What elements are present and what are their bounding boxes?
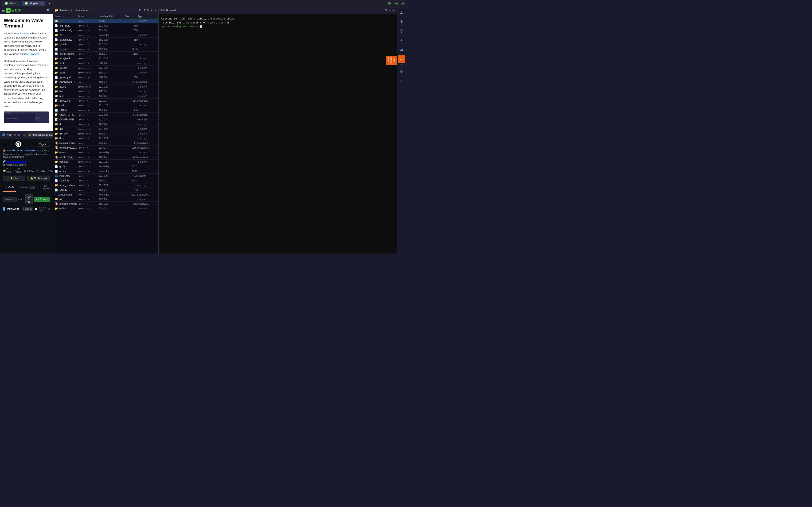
file-row[interactable]: 📄 NOTICE -rw-r--r-- 10/9/24 34b <box>53 188 158 192</box>
col-modified[interactable]: Last Modified <box>99 15 125 17</box>
repo-owner-link[interactable]: wavetermdev <box>7 149 23 152</box>
branch-fork-btn[interactable]: ⑂ <box>18 198 20 201</box>
terminal-icon[interactable] <box>398 8 405 16</box>
repo-name-link[interactable]: waveterm <box>26 149 39 152</box>
file-row[interactable]: 📁 .. drwxr-x--- Today - directory <box>53 19 158 23</box>
tab-widgets[interactable]: widgets ✕ <box>22 1 45 6</box>
terminal-settings-btn[interactable]: ⚙ <box>385 9 387 12</box>
notifications-button[interactable]: 🔔 Notifications <box>27 176 50 181</box>
file-row[interactable]: 📄 .gitignore -rw-r--r-- 12/3/24 325b <box>53 47 158 52</box>
tips-icon[interactable] <box>398 68 405 75</box>
fish-widget-button[interactable]: fishwidgetbutton <box>386 56 397 65</box>
file-row[interactable]: 📁 emain drwxr-xr-x Yesterday - directory <box>53 150 158 155</box>
web-home-btn[interactable]: ⌂ <box>22 133 26 137</box>
file-row[interactable]: 📜 prettier.config.cjs -rw-r--r-- 10/11/2… <box>53 202 158 206</box>
col-type[interactable]: Type <box>138 15 156 17</box>
file-row[interactable]: 🌐 index.html -rw-r--r-- 12/10/24 797b te… <box>53 174 158 178</box>
branch-selector[interactable]: ⑂ main ▾ <box>3 197 17 202</box>
desc1-link-opensource[interactable]: open-source <box>17 32 32 35</box>
file-row[interactable]: 📁 .github drwxr-xr-x 12/3/24 - directory <box>53 42 158 47</box>
file-row[interactable]: 📁 build drwxr-xr-x 12/3/24 - directory <box>53 94 158 99</box>
go-to-file-btn[interactable]: Go to file <box>26 194 33 205</box>
file-row[interactable]: 📁 .task drwxr-xr-x 9/18/24 - directory <box>53 61 158 66</box>
file-row[interactable]: 📁 .yarn drwxr-xr-x 8/28/24 - directory <box>53 70 158 75</box>
file-row[interactable]: 📁 bin drwxr-xr-x 9/17/24 - directory <box>53 89 158 94</box>
eye-icon[interactable]: 👁 <box>138 9 141 12</box>
ai-icon[interactable]: ✦ <box>398 37 405 44</box>
repo-website-link[interactable]: www.waveterm.dev <box>7 160 27 163</box>
file-row[interactable]: 📝 CONTRIBUTING.md -rw-r--r-- 12/3/24 3k … <box>53 117 158 122</box>
repo-branches[interactable]: Branches <box>24 168 34 173</box>
search-icon[interactable]: 🔍 <box>47 8 51 12</box>
file-perm: drwxr-xr-x <box>78 105 99 107</box>
file-row[interactable]: 📝 CODE_OF_CONDUCT.md -rw-r--r-- 11/28/23… <box>53 113 158 117</box>
repo-tab-code[interactable]: <> Code <box>3 183 16 192</box>
repo-tab-issues[interactable]: ⊙ Issues 193 <box>16 183 37 192</box>
repo-activity[interactable]: Activity <box>48 168 53 173</box>
tab-close-icon[interactable]: ✕ <box>40 2 42 5</box>
file-row[interactable]: 📁 db drwxr-xr-x 10/9/24 - directory <box>53 122 158 127</box>
file-fullscreen-icon[interactable]: ⤢ <box>150 9 153 12</box>
fish-icon[interactable] <box>398 55 405 63</box>
repo-forks[interactable]: ⑂ 190 forks <box>14 168 21 173</box>
code-dropdown-btn[interactable]: <> Code ▾ <box>34 197 50 202</box>
file-row[interactable]: 📝 ACKNOWLEDGEMENTS.md -rw-r--r-- 10/9/24… <box>53 80 158 84</box>
add-tab-button[interactable]: + <box>47 1 52 6</box>
web-url-bar[interactable]: 🔒 https://github.com/wavetermdev/waveter… <box>27 132 53 137</box>
file-row[interactable]: 📁 docs drwxr-xr-x 12/16/24 - directory <box>53 136 158 141</box>
file-row[interactable]: 📄 .editorconfig -rw-r--r-- 12/4/24 206b <box>53 28 158 33</box>
commit-history-icon[interactable]: ⊙ <box>48 208 50 210</box>
sysinfo-icon[interactable] <box>398 46 405 54</box>
help-icon[interactable]: ? <box>398 77 405 85</box>
file-row[interactable]: 📄 LICENSE -rw-r--r-- 10/9/24 10.7k <box>53 178 158 183</box>
file-row[interactable]: 📜 electron-builder.config.cjs -rw-r--r--… <box>53 141 158 146</box>
refresh-icon[interactable]: ↺ <box>143 9 145 12</box>
web-back-btn[interactable]: ◁ <box>12 133 16 137</box>
file-row[interactable]: 📜 eslint.config.js -rw-r--r-- 10/9/24 51… <box>53 155 158 160</box>
terminal-close-btn[interactable]: ✕ <box>392 9 395 12</box>
file-row[interactable]: 📁 .git drwxr-xr-x Yesterday - directory <box>53 33 158 38</box>
file-row[interactable]: 📁 cmd drwxr-xr-x 12/11/24 - directory <box>53 103 158 108</box>
file-type: text/types... <box>138 147 156 149</box>
branch-tag-btn[interactable]: 🏷 <box>21 198 24 201</box>
desc1-link-getting-started[interactable]: Getting Started <box>21 53 38 55</box>
file-row[interactable]: 📁 assets drwxr-xr-x 12/11/24 - directory <box>53 84 158 89</box>
tab-default[interactable]: default <box>2 1 20 6</box>
col-perm[interactable]: Perm <box>78 15 99 17</box>
repo-stars[interactable]: ⭐ 7k stars <box>3 168 11 173</box>
commit-hash-badge[interactable]: cc6da28 <box>22 207 33 211</box>
terminal-fullscreen-btn[interactable]: ⤢ <box>389 9 391 12</box>
file-row[interactable]: 📄 .yarnrc.yml -rw-r--r-- 8/28/24 25b <box>53 75 158 80</box>
col-name[interactable]: Name ▲ <box>55 15 78 17</box>
gh-sign-in-btn[interactable]: Sign in <box>37 142 50 147</box>
web-forward-btn[interactable]: ▷ <box>17 133 21 137</box>
file-row[interactable]: 📄 .DS_Store -rw-r--r-- 12/16/24 10k <box>53 23 158 28</box>
file-row[interactable]: 📄 .prettierignore -rw-r--r-- 10/9/24 118… <box>53 52 158 56</box>
repo-tab-prs[interactable]: ↔ Pull requests 11 <box>38 183 53 192</box>
file-settings-icon[interactable]: ⚙ <box>146 9 149 12</box>
hamburger-icon[interactable]: ☰ <box>2 8 5 12</box>
file-row[interactable]: 📁 public drwxr-xr-x 12/4/24 - directory <box>53 206 158 211</box>
file-row[interactable]: 📁 dist drwxr-xr-x 11/19/24 - directory <box>53 127 158 131</box>
file-row[interactable]: 📁 dist-dev drwxr-xr-x 8/28/24 - director… <box>53 131 158 136</box>
file-row[interactable]: 📄 go.sum -rw-r--r-- Yesterday 10.6k <box>53 169 158 174</box>
file-row[interactable]: 📁 pkg drwxr-xr-x 12/9/24 - directory <box>53 197 158 202</box>
file-row[interactable]: 📁 .vscode drwxr-xr-x 12/16/24 - director… <box>53 66 158 70</box>
col-size[interactable]: Size <box>125 15 138 17</box>
file-row[interactable]: 📁 frontend drwxr-xr-x 12/11/24 - directo… <box>53 160 158 164</box>
file-row[interactable]: 📁 .storybook drwxr-xr-x 12/10/24 - direc… <box>53 56 158 61</box>
file-type: directory <box>138 128 156 130</box>
repo-tags[interactable]: 🏷 Tags <box>37 168 45 173</box>
gh-hamburger-icon[interactable]: ☰ <box>3 142 6 146</box>
file-row[interactable]: 📄 go.mod -rw-r--r-- Yesterday 2.01k <box>53 164 158 169</box>
file-row[interactable]: 📄 CNAME -rw-r--r-- 12/3/24 17b <box>53 108 158 113</box>
web-icon[interactable] <box>398 27 405 35</box>
file-row[interactable]: 📜 electron.vite.config.ts -rw-r--r-- 12/… <box>53 146 158 150</box>
file-row[interactable]: {} package.json -rw-r--r-- Yesterday 5.2… <box>53 192 158 197</box>
star-button[interactable]: ⭐ Star <box>3 176 26 181</box>
files-icon[interactable] <box>398 18 405 25</box>
file-row[interactable]: 📝 BUILD.md -rw-r--r-- 12/3/24 4.14k text… <box>53 99 158 103</box>
file-close-icon[interactable]: ✕ <box>154 9 156 12</box>
file-row[interactable]: 📄 .gitattributes -rw-r--r-- 10/26/24 18b <box>53 38 158 42</box>
file-row[interactable]: 📁 node_modules drwxr-xr-x 12/16/24 - dir… <box>53 183 158 188</box>
